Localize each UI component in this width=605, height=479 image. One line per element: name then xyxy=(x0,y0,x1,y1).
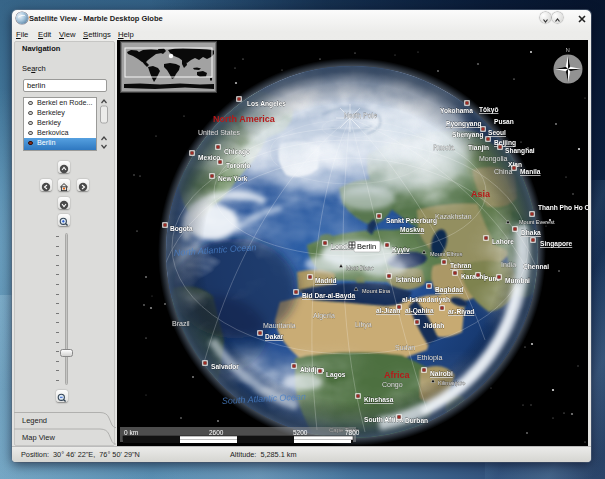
svg-text:Tehran: Tehran xyxy=(450,262,472,269)
svg-text:Sankt Peterburg: Sankt Peterburg xyxy=(386,217,437,225)
svg-text:Yokohama: Yokohama xyxy=(440,107,473,114)
svg-text:Asia: Asia xyxy=(471,189,491,199)
svg-text:Pusan: Pusan xyxy=(494,118,514,125)
svg-text:Congo: Congo xyxy=(382,381,403,389)
svg-text:Russia: Russia xyxy=(433,144,455,151)
svg-text:Mumbai: Mumbai xyxy=(505,277,530,284)
svg-text:Durban: Durban xyxy=(405,417,428,424)
svg-text:India: India xyxy=(501,261,516,268)
svg-text:Singapore: Singapore xyxy=(540,240,573,248)
svg-text:Jiddah: Jiddah xyxy=(423,322,444,329)
svg-text:Berlin: Berlin xyxy=(357,242,376,251)
svg-text:Toronto: Toronto xyxy=(226,162,250,169)
svg-text:New York: New York xyxy=(218,175,248,182)
svg-text:2600: 2600 xyxy=(209,429,224,436)
svg-text:North America: North America xyxy=(213,114,276,124)
svg-text:United States: United States xyxy=(198,129,241,136)
svg-text:Bogota: Bogota xyxy=(170,225,193,233)
svg-text:Los Angeles: Los Angeles xyxy=(247,100,286,108)
svg-text:Tianjin: Tianjin xyxy=(468,144,489,152)
svg-text:Mount Everest: Mount Everest xyxy=(519,219,555,225)
svg-text:Shanghai: Shanghai xyxy=(505,147,535,155)
svg-text:Mont Blanc: Mont Blanc xyxy=(346,265,374,271)
svg-text:Ethiopia: Ethiopia xyxy=(417,354,442,362)
svg-text:5200: 5200 xyxy=(293,429,308,436)
svg-text:Beijing: Beijing xyxy=(494,139,516,147)
svg-text:0 km: 0 km xyxy=(124,429,138,436)
svg-text:Dhaka: Dhaka xyxy=(521,229,541,236)
svg-text:N: N xyxy=(566,47,570,53)
svg-text:Mount Elbrus: Mount Elbrus xyxy=(430,251,463,257)
svg-text:Kilimanjaro: Kilimanjaro xyxy=(438,380,465,386)
svg-text:Moskva: Moskva xyxy=(400,226,425,233)
svg-text:Nairobi: Nairobi xyxy=(430,370,453,377)
svg-text:Lagos: Lagos xyxy=(326,371,346,379)
svg-text:Bid Dar-al-Bayda: Bid Dar-al-Bayda xyxy=(302,292,355,300)
svg-text:Shenyang: Shenyang xyxy=(452,131,484,139)
svg-text:Sudan: Sudan xyxy=(395,344,415,351)
svg-text:al-Iskandariyah: al-Iskandariyah xyxy=(402,296,450,304)
svg-text:Manila: Manila xyxy=(520,168,541,175)
svg-text:Brazil: Brazil xyxy=(172,320,190,327)
svg-text:Lahore: Lahore xyxy=(492,238,514,245)
svg-text:Kyyiv: Kyyiv xyxy=(392,246,410,254)
svg-text:Dakar: Dakar xyxy=(265,333,284,340)
svg-text:Madrid: Madrid xyxy=(315,277,337,284)
svg-text:Tōkyō: Tōkyō xyxy=(479,106,498,114)
svg-text:al-Qahira: al-Qahira xyxy=(405,307,434,315)
svg-text:Karachi: Karachi xyxy=(461,273,485,280)
svg-text:Mongolia: Mongolia xyxy=(479,155,508,163)
svg-text:Mauritania: Mauritania xyxy=(263,322,296,329)
svg-text:Pyongyang: Pyongyang xyxy=(446,120,482,128)
svg-text:Libya: Libya xyxy=(355,321,372,329)
svg-text:Kinshasa: Kinshasa xyxy=(364,396,394,403)
svg-text:Africa: Africa xyxy=(384,370,411,380)
svg-text:Seoul: Seoul xyxy=(488,129,506,136)
svg-text:7800: 7800 xyxy=(345,429,360,436)
svg-text:Algeria: Algeria xyxy=(313,312,335,320)
svg-text:North Pole: North Pole xyxy=(344,112,377,119)
svg-text:China: China xyxy=(494,168,512,175)
svg-text:Chennai: Chennai xyxy=(523,263,549,270)
svg-text:Mount Etna: Mount Etna xyxy=(362,288,391,294)
svg-text:Kazakhstan: Kazakhstan xyxy=(435,213,472,220)
svg-text:ar-Riyad: ar-Riyad xyxy=(448,308,474,316)
svg-text:Baghdad: Baghdad xyxy=(435,286,463,294)
svg-text:Salvador: Salvador xyxy=(211,363,239,370)
svg-text:Mexico: Mexico xyxy=(198,154,220,161)
svg-text:Istanbul: Istanbul xyxy=(396,276,421,283)
svg-text:Chicago: Chicago xyxy=(224,148,250,156)
svg-text:Thanh Pho Ho Ch: Thanh Pho Ho Ch xyxy=(538,204,588,211)
